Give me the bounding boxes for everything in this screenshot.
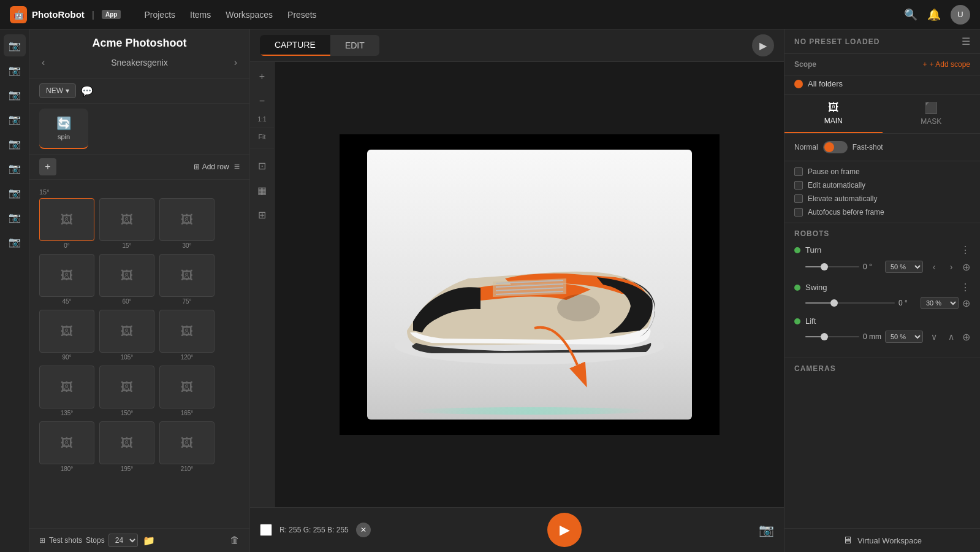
icon-bar-camera7[interactable]: 📷 xyxy=(4,182,26,204)
icon-bar-camera9[interactable]: 📷 xyxy=(4,231,26,253)
lift-pct-select[interactable]: 50 % 25 % 75 % 100 % xyxy=(885,331,923,343)
next-arrow[interactable]: › xyxy=(232,55,240,71)
mask-tab[interactable]: ⬛ MASK xyxy=(883,95,981,133)
capture-edit-tabs: CAPTURE EDIT xyxy=(260,35,379,56)
color-info: R: 255 G: 255 B: 255 xyxy=(279,526,349,534)
search-icon[interactable]: 🔍 xyxy=(904,8,917,21)
icon-bar-camera5[interactable]: 📷 xyxy=(4,132,26,155)
thumb-11[interactable]: 🖼 xyxy=(159,366,215,408)
thumb-7[interactable]: 🖼 xyxy=(99,310,154,353)
prev-arrow[interactable]: ‹ xyxy=(39,55,47,71)
play-button-top[interactable]: ▶ xyxy=(752,34,774,56)
shot-mode-toggle[interactable] xyxy=(823,141,848,153)
stops-select[interactable]: 24 12 36 xyxy=(108,534,138,547)
canvas-toolbar: CAPTURE EDIT ▶ xyxy=(250,29,784,62)
pause-on-frame-checkbox[interactable] xyxy=(794,167,803,176)
turn-prev-button[interactable]: ‹ xyxy=(927,259,941,274)
thumb-2[interactable]: 🖼 xyxy=(159,198,215,241)
nav-items[interactable]: Items xyxy=(184,6,217,23)
swing-target-icon[interactable]: ⊕ xyxy=(962,297,970,309)
capture-play-button[interactable]: ▶ xyxy=(547,513,582,547)
thumb-12[interactable]: 🖼 xyxy=(39,421,94,464)
grid-view-icon[interactable]: ⊞ xyxy=(253,205,272,224)
thumb-4[interactable]: 🖼 xyxy=(99,254,154,297)
bell-icon[interactable]: 🔔 xyxy=(927,8,941,21)
nav-projects[interactable]: Projects xyxy=(138,6,181,23)
add-row-button[interactable]: ⊞ Add row xyxy=(194,163,229,171)
zoom-fit-button[interactable]: Fit xyxy=(258,133,265,140)
pause-on-frame-label: Pause on frame xyxy=(808,167,860,176)
turn-target-icon[interactable]: ⊕ xyxy=(962,261,970,273)
add-column-button[interactable]: + xyxy=(39,158,56,175)
zoom-in-button[interactable]: + xyxy=(253,67,272,86)
comment-icon[interactable]: 💬 xyxy=(81,85,93,97)
grid-settings-icon[interactable]: ≡ xyxy=(234,161,240,172)
normal-label: Normal xyxy=(794,143,818,151)
thumb-label-2: 30° xyxy=(182,242,191,249)
nav-workspaces[interactable]: Workspaces xyxy=(219,6,279,23)
zoom-out-button[interactable]: − xyxy=(253,91,272,111)
avatar[interactable]: U xyxy=(951,5,970,25)
lift-target-icon[interactable]: ⊕ xyxy=(962,331,970,343)
icon-bar-camera2[interactable]: 📷 xyxy=(4,59,26,81)
swing-pct-select[interactable]: 30 % 25 % 50 % 100 % xyxy=(921,297,959,309)
lift-status-dot xyxy=(794,318,800,324)
frame-tool-icon[interactable]: ⊡ xyxy=(253,156,272,175)
icon-bar-camera4[interactable]: 📷 xyxy=(4,108,26,130)
thumb-13[interactable]: 🖼 xyxy=(99,421,154,464)
shot-mode-row: Normal Fast-shot xyxy=(784,134,980,161)
icon-bar-camera8[interactable]: 📷 xyxy=(4,206,26,228)
turn-robot-menu[interactable]: ⋮ xyxy=(960,244,970,256)
elevate-auto-checkbox[interactable] xyxy=(794,194,803,203)
lift-down-button[interactable]: ∨ xyxy=(927,329,941,344)
thumb-cell-2: 🖼 30° xyxy=(159,198,215,249)
icon-bar-camera1[interactable]: 📷 xyxy=(4,34,26,56)
virtual-workspace-button[interactable]: 🖥 Virtual Workspace xyxy=(784,528,980,552)
add-scope-button[interactable]: + + Add scope xyxy=(923,60,970,69)
swing-track[interactable] xyxy=(805,302,895,304)
capture-tab[interactable]: CAPTURE xyxy=(260,35,330,56)
main-tab[interactable]: 🖼 MAIN xyxy=(784,95,883,133)
thumb-label-1: 15° xyxy=(122,242,131,249)
lift-robot-controls: 0 mm 50 % 25 % 75 % 100 % ∨ ∧ ⊕ xyxy=(794,329,970,344)
thumb-5[interactable]: 🖼 xyxy=(159,254,215,297)
test-shots-icon: ⊞ xyxy=(39,536,45,545)
turn-pct-select[interactable]: 50 % 25 % 75 % 100 % xyxy=(885,261,923,273)
turn-track[interactable] xyxy=(805,266,859,267)
new-chevron: ▾ xyxy=(66,86,69,95)
spin-item[interactable]: 🔄 spin xyxy=(39,109,88,149)
app-logo[interactable]: 🤖 PhotoRobot | App xyxy=(10,6,121,23)
icon-bar-camera3[interactable]: 📷 xyxy=(4,83,26,105)
color-swatch xyxy=(260,524,272,536)
lift-track-thumb xyxy=(821,333,828,340)
thumb-8[interactable]: 🖼 xyxy=(159,310,215,353)
thumb-3[interactable]: 🖼 xyxy=(39,254,94,297)
nav-presets[interactable]: Presets xyxy=(281,6,322,23)
turn-track-thumb xyxy=(821,263,828,270)
preset-menu-icon[interactable]: ☰ xyxy=(962,36,970,47)
thumb-9[interactable]: 🖼 xyxy=(39,366,94,408)
swing-robot-menu[interactable]: ⋮ xyxy=(960,282,970,293)
gallery-icon[interactable]: ▦ xyxy=(253,180,272,200)
swing-robot-row: Swing ⋮ xyxy=(794,282,970,293)
icon-bar-camera6[interactable]: 📷 xyxy=(4,157,26,179)
thumb-10[interactable]: 🖼 xyxy=(99,366,154,408)
autofocus-checkbox[interactable] xyxy=(794,208,803,217)
turn-next-button[interactable]: › xyxy=(944,259,959,274)
thumb-0[interactable]: 🖼 xyxy=(39,198,94,241)
camera-icon[interactable]: 📷 xyxy=(759,523,774,537)
thumb-14[interactable]: 🖼 xyxy=(159,421,215,464)
trash-icon[interactable]: 🗑 xyxy=(230,535,240,546)
clear-button[interactable]: ✕ xyxy=(356,523,371,537)
edit-tab[interactable]: EDIT xyxy=(330,35,379,56)
view-tabs: 🖼 MAIN ⬛ MASK xyxy=(784,95,980,134)
new-button[interactable]: NEW ▾ xyxy=(39,83,76,98)
virtual-ws-label: Virtual Workspace xyxy=(857,536,922,545)
lift-track[interactable] xyxy=(805,336,859,337)
thumb-1[interactable]: 🖼 xyxy=(99,198,154,241)
edit-auto-checkbox[interactable] xyxy=(794,181,803,190)
folder-icon[interactable]: 📁 xyxy=(143,535,155,546)
lift-up-button[interactable]: ∧ xyxy=(944,329,959,344)
scope-row: All folders xyxy=(784,75,980,95)
thumb-6[interactable]: 🖼 xyxy=(39,310,94,353)
